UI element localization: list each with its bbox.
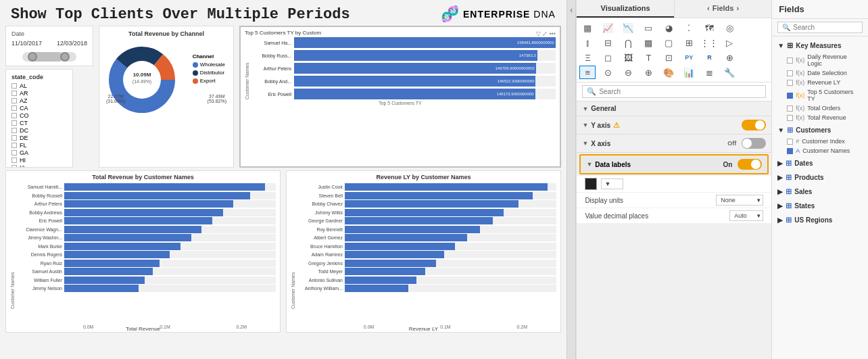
fields-search-box[interactable]: 🔍 bbox=[777, 22, 863, 33]
tree-group-sales-header[interactable]: ▶ ⊞ Sales bbox=[772, 185, 868, 198]
state-checkbox[interactable] bbox=[11, 128, 17, 133]
x-axis-section-header[interactable]: ▼ X axis Off bbox=[577, 135, 771, 152]
display-units-dropdown[interactable]: None ▼ bbox=[716, 195, 763, 206]
daily-revenue-checkbox[interactable] bbox=[787, 57, 793, 64]
viz-stacked-bar[interactable]: ▦ bbox=[579, 21, 596, 34]
viz-waterfall[interactable]: ⊟ bbox=[600, 36, 616, 49]
viz-search-input[interactable] bbox=[599, 88, 761, 95]
fields-search-input[interactable] bbox=[793, 24, 858, 31]
date-selection-checkbox[interactable] bbox=[787, 70, 793, 76]
viz-table[interactable]: ⊞ bbox=[681, 36, 697, 49]
viz-pie[interactable]: ◕ bbox=[660, 21, 677, 34]
state-item[interactable]: AR bbox=[11, 90, 67, 97]
decimal-places-dropdown[interactable]: Auto ▼ bbox=[729, 210, 763, 221]
viz-funnel[interactable]: ⋂ bbox=[620, 36, 636, 49]
state-item[interactable]: CO bbox=[11, 112, 67, 119]
total-revenue-checkbox[interactable] bbox=[787, 115, 793, 121]
state-checkbox[interactable] bbox=[11, 165, 17, 168]
tree-item-top5[interactable]: f(x) Top 5 Customers TY bbox=[772, 87, 868, 103]
date-slider[interactable] bbox=[11, 52, 87, 62]
data-labels-toggle[interactable] bbox=[738, 159, 762, 170]
viz-shape[interactable]: ◻ bbox=[600, 51, 616, 64]
state-item[interactable]: AZ bbox=[11, 97, 67, 104]
filter-icon[interactable]: ▽ bbox=[536, 30, 541, 37]
state-checkbox[interactable] bbox=[11, 143, 17, 148]
viz-text[interactable]: T bbox=[640, 51, 656, 64]
state-checkbox[interactable] bbox=[11, 150, 17, 155]
state-item[interactable]: DE bbox=[11, 135, 67, 141]
viz-treemap[interactable]: ▩ bbox=[640, 36, 656, 49]
state-item[interactable]: GA bbox=[11, 149, 67, 156]
viz-paint[interactable]: 🎨 bbox=[660, 66, 677, 79]
viz-combo[interactable]: ⫿ bbox=[579, 36, 596, 49]
viz-custom3[interactable]: ⊕ bbox=[640, 66, 656, 79]
viz-area[interactable]: 📉 bbox=[620, 21, 636, 34]
viz-format[interactable]: 🔧 bbox=[721, 66, 738, 79]
viz-line[interactable]: 📈 bbox=[600, 21, 616, 34]
state-item[interactable]: DC bbox=[11, 127, 67, 134]
tree-item-revenue-ly[interactable]: f(x) Revenue LY bbox=[772, 78, 868, 87]
viz-image[interactable]: 🖼 bbox=[620, 51, 636, 64]
viz-custom1[interactable]: ⊙ bbox=[600, 66, 616, 79]
viz-horiz-bar-selected[interactable]: ≡ bbox=[579, 66, 596, 79]
expand-icon[interactable]: ⤢ bbox=[542, 30, 548, 37]
tab-fields[interactable]: ‹Fields› bbox=[675, 0, 771, 18]
state-checkbox[interactable] bbox=[11, 135, 17, 141]
collapse-button[interactable]: ‹ bbox=[566, 0, 576, 359]
data-labels-header[interactable]: ▼ Data labels On bbox=[581, 155, 767, 173]
state-checkbox[interactable] bbox=[11, 158, 17, 163]
state-checkbox[interactable] bbox=[11, 113, 17, 118]
state-item[interactable]: HI bbox=[11, 157, 67, 164]
viz-custom2[interactable]: ⊖ bbox=[620, 66, 636, 79]
tree-group-key-measures-header[interactable]: ▼ ⊞ Key Measures bbox=[772, 39, 868, 52]
viz-kpi[interactable]: ▷ bbox=[721, 36, 738, 49]
tree-group-dates-header[interactable]: ▶ ⊞ Dates bbox=[772, 157, 868, 170]
viz-slicer[interactable]: Ξ bbox=[579, 51, 596, 64]
viz-gauge[interactable]: ◎ bbox=[721, 21, 738, 34]
viz-search-box[interactable]: 🔍 bbox=[582, 85, 766, 98]
tree-item-customer-names[interactable]: A Customer Names bbox=[772, 146, 868, 155]
revenue-ly-checkbox[interactable] bbox=[787, 80, 793, 86]
state-checkbox[interactable] bbox=[11, 91, 17, 96]
viz-bar[interactable]: ▭ bbox=[640, 21, 656, 34]
viz-python[interactable]: PY bbox=[681, 51, 697, 64]
tree-group-us-regions-header[interactable]: ▶ ⊞ US Regions bbox=[772, 214, 868, 226]
tree-item-total-orders[interactable]: f(x) Total Orders bbox=[772, 103, 868, 113]
tree-item-date-selection[interactable]: f(x) Date Selection bbox=[772, 68, 868, 78]
tree-group-products-header[interactable]: ▶ ⊞ Products bbox=[772, 171, 868, 184]
viz-qr[interactable]: ⊕ bbox=[721, 51, 738, 64]
more-icon[interactable]: ••• bbox=[549, 30, 555, 37]
tree-item-customer-index[interactable]: # Customer Index bbox=[772, 137, 868, 146]
top5-checkbox[interactable] bbox=[787, 93, 793, 99]
viz-r[interactable]: R bbox=[701, 51, 717, 64]
total-orders-checkbox[interactable] bbox=[787, 105, 793, 112]
state-item[interactable]: IA bbox=[11, 164, 67, 168]
state-checkbox[interactable] bbox=[11, 98, 17, 103]
viz-scatter[interactable]: ⁚ bbox=[681, 21, 697, 34]
customer-names-checkbox[interactable] bbox=[787, 148, 793, 154]
tree-group-customers-header[interactable]: ▼ ⊞ Customers bbox=[772, 124, 868, 137]
state-checkbox[interactable] bbox=[11, 83, 17, 89]
viz-card[interactable]: ▢ bbox=[660, 36, 677, 49]
tree-item-total-revenue[interactable]: f(x) Total Revenue bbox=[772, 113, 868, 122]
y-axis-toggle[interactable] bbox=[742, 120, 766, 130]
state-checkbox[interactable] bbox=[11, 120, 17, 126]
tree-item-daily-revenue[interactable]: f(x) Daily Revenue Logic bbox=[772, 52, 868, 68]
state-item[interactable]: FL bbox=[11, 142, 67, 149]
color-swatch[interactable] bbox=[585, 178, 597, 190]
tab-visualizations[interactable]: Visualizations bbox=[577, 0, 673, 18]
state-checkbox[interactable] bbox=[11, 105, 17, 111]
color-dropdown[interactable]: ▼ bbox=[601, 178, 623, 189]
viz-fields-icon[interactable]: ≣ bbox=[701, 66, 717, 79]
viz-matrix[interactable]: ⋮⋮ bbox=[701, 36, 717, 49]
state-item[interactable]: AL bbox=[11, 82, 67, 89]
viz-button[interactable]: ⊡ bbox=[660, 51, 677, 64]
y-axis-section-header[interactable]: ▼ Y axis ⚠ bbox=[577, 116, 771, 134]
x-axis-toggle[interactable] bbox=[742, 138, 766, 149]
customer-index-checkbox[interactable] bbox=[787, 139, 793, 145]
viz-analytics[interactable]: 📊 bbox=[681, 66, 697, 79]
tree-group-states-header[interactable]: ▶ ⊞ States bbox=[772, 199, 868, 212]
state-item[interactable]: CA bbox=[11, 105, 67, 112]
general-section-header[interactable]: ▼ General bbox=[577, 101, 771, 116]
viz-map[interactable]: 🗺 bbox=[701, 21, 717, 34]
